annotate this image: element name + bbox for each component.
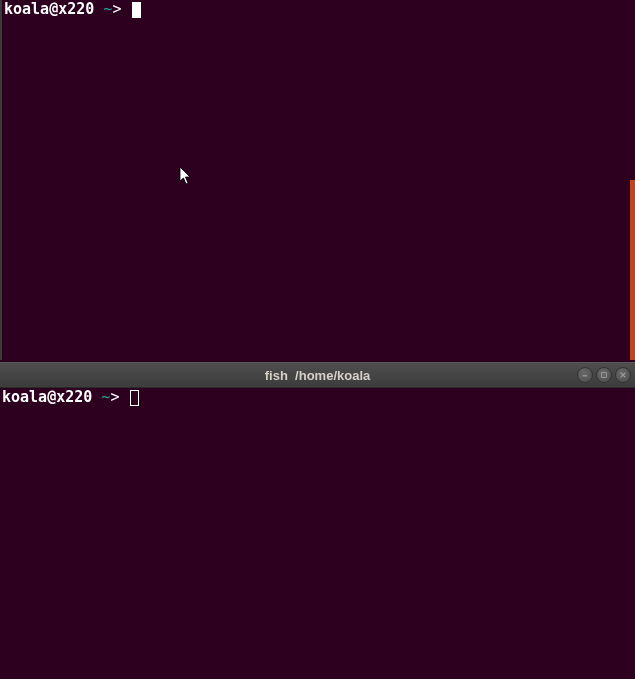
svg-rect-1 bbox=[602, 373, 607, 378]
prompt-line: koala@x220 ~ > bbox=[2, 0, 635, 19]
maximize-icon bbox=[600, 371, 608, 379]
window-title: fish /home/koala bbox=[265, 368, 370, 383]
close-icon bbox=[619, 371, 627, 379]
scrollbar[interactable] bbox=[630, 180, 635, 360]
maximize-button[interactable] bbox=[596, 367, 612, 383]
prompt-cwd: ~ bbox=[103, 1, 112, 18]
minimize-icon bbox=[581, 371, 589, 379]
window-controls bbox=[577, 367, 631, 383]
terminal-pane-top[interactable]: koala@x220 ~ > bbox=[0, 0, 635, 360]
terminal-pane-bottom[interactable]: koala@x220 ~ > bbox=[0, 388, 635, 679]
cursor-outline bbox=[130, 390, 139, 406]
cursor-block bbox=[132, 2, 141, 18]
prompt-cwd: ~ bbox=[101, 389, 110, 406]
prompt-arrow: > bbox=[112, 1, 130, 18]
window-titlebar[interactable]: fish /home/koala bbox=[0, 362, 635, 388]
close-button[interactable] bbox=[615, 367, 631, 383]
prompt-arrow: > bbox=[110, 389, 128, 406]
minimize-button[interactable] bbox=[577, 367, 593, 383]
prompt-line: koala@x220 ~ > bbox=[0, 388, 635, 407]
prompt-userhost: koala@x220 bbox=[4, 1, 103, 18]
prompt-userhost: koala@x220 bbox=[2, 389, 101, 406]
